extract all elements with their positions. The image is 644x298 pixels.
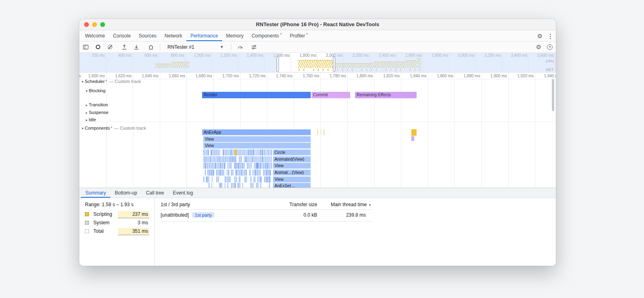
flame-micro-bar[interactable] [255, 149, 256, 155]
flame-micro-bar[interactable] [203, 176, 204, 182]
flame-micro-bar[interactable] [233, 183, 234, 188]
help-icon[interactable]: ? [547, 44, 553, 50]
flame-micro-bar[interactable] [220, 156, 221, 162]
flame-micro-bar[interactable] [270, 163, 270, 169]
flame-micro-bar[interactable] [229, 163, 229, 169]
flame-micro-bar[interactable] [254, 156, 255, 162]
flame-micro-bar[interactable] [215, 156, 216, 162]
flame-bar-anexset[interactable]: AnExSet… [273, 183, 311, 188]
flame-micro-bar[interactable] [264, 170, 266, 176]
flame-micro-bar[interactable] [214, 156, 215, 162]
flame-micro-bar[interactable] [231, 170, 232, 176]
flame-micro-bar[interactable] [239, 176, 240, 182]
flame-micro-bar[interactable] [245, 149, 246, 155]
flame-micro-bar[interactable] [227, 163, 228, 169]
flame-bar-commit[interactable]: Commit [312, 92, 350, 98]
flame-micro-bar[interactable] [210, 156, 211, 162]
column-header-main-thread-time[interactable]: Main thread time▼ [308, 202, 372, 207]
flame-micro-bar[interactable] [260, 176, 262, 182]
flame-micro-bar[interactable] [227, 170, 227, 176]
flame-micro-bar[interactable] [270, 156, 272, 162]
vertical-scrollbar-thumb[interactable] [552, 79, 554, 111]
flame-micro-bar[interactable] [222, 163, 223, 169]
flame-micro-bar[interactable] [215, 149, 217, 155]
flame-micro-bar[interactable] [243, 170, 244, 176]
flame-micro-bar[interactable] [260, 149, 261, 155]
flame-micro-bar[interactable] [266, 170, 268, 176]
flame-micro-bar[interactable] [209, 170, 211, 176]
flame-micro-bar[interactable] [262, 163, 262, 169]
flame-micro-bar[interactable] [268, 163, 269, 169]
flame-micro-bar[interactable] [268, 149, 269, 155]
flame-micro-bar[interactable] [232, 170, 233, 176]
flame-micro-bar[interactable] [221, 183, 222, 188]
tab-memory[interactable]: Memory [222, 30, 248, 41]
flame-micro-bar[interactable] [269, 183, 270, 188]
flame-micro-bar[interactable] [207, 170, 209, 176]
flame-bar-view[interactable]: View [273, 176, 311, 182]
flame-micro-bar[interactable] [225, 156, 226, 162]
flame-micro-bar[interactable] [214, 149, 215, 155]
flame-micro-bar[interactable] [262, 149, 263, 155]
flame-micro-bar[interactable] [236, 176, 237, 182]
flame-micro-bar[interactable] [229, 176, 231, 182]
flame-micro-bar[interactable] [225, 149, 226, 155]
flame-micro-bar[interactable] [232, 149, 233, 155]
flame-micro-bar[interactable] [263, 163, 264, 169]
flame-bar-view[interactable]: View [203, 136, 311, 142]
flame-micro-bar[interactable] [250, 176, 252, 182]
download-profile-icon[interactable] [133, 44, 140, 50]
flame-micro-bar[interactable] [228, 176, 229, 182]
flame-micro-bar[interactable] [239, 170, 241, 176]
flame-micro-bar[interactable] [208, 163, 210, 169]
flame-micro-bar[interactable] [204, 163, 206, 169]
flame-micro-bar[interactable] [217, 163, 218, 169]
flame-micro-bar[interactable] [243, 149, 245, 155]
flame-micro-bar-highlight[interactable] [235, 149, 237, 155]
flame-micro-bar[interactable] [248, 149, 249, 155]
flame-micro-bar[interactable] [220, 163, 221, 169]
flame-micro-bar[interactable] [260, 170, 261, 176]
flame-micro-bar[interactable] [269, 170, 271, 176]
flame-micro-bar[interactable] [223, 170, 224, 176]
flame-micro-bar[interactable] [244, 163, 245, 169]
flame-bar-circle[interactable]: Circle [273, 149, 311, 155]
flame-micro-bar[interactable] [252, 183, 254, 188]
target-selector-dropdown[interactable]: RNTester #1 ▼ [166, 43, 225, 51]
flame-micro-bar[interactable] [252, 170, 253, 176]
track-header-scheduler[interactable]: ▾Scheduler* — Custom track [82, 79, 141, 84]
overview-dim-left[interactable] [79, 53, 278, 72]
flame-micro-bar[interactable] [240, 149, 241, 155]
flame-micro-bar[interactable] [229, 156, 230, 162]
flame-micro-bar[interactable] [247, 156, 249, 162]
flame-micro-bar[interactable] [219, 156, 220, 162]
flame-micro-bar[interactable] [236, 163, 237, 169]
tab-profiler[interactable]: Profiler* [286, 30, 312, 41]
flame-micro-bar[interactable] [211, 163, 212, 169]
flame-micro-bar[interactable] [237, 183, 239, 188]
flame-bar-view[interactable]: View [203, 143, 311, 149]
flame-micro-bar[interactable] [249, 170, 251, 176]
flame-micro-bar[interactable] [213, 163, 214, 169]
flame-micro-bar[interactable] [246, 170, 247, 176]
flame-micro-bar[interactable] [217, 149, 219, 155]
flame-micro-bar[interactable] [232, 156, 233, 162]
flame-micro-bar[interactable] [211, 156, 212, 162]
flame-micro-bar[interactable] [225, 183, 225, 188]
flame-micro-bar[interactable] [268, 170, 269, 176]
flame-micro-bar[interactable] [271, 163, 272, 169]
flame-micro-bar[interactable] [226, 149, 227, 155]
details-tab-event-log[interactable]: Event log [168, 188, 197, 198]
expander-triangle-icon[interactable]: ▸ [86, 111, 88, 115]
flame-micro-bar[interactable] [205, 149, 206, 155]
flame-micro-bar[interactable] [242, 149, 243, 155]
flame-micro-bar[interactable] [206, 149, 207, 155]
flame-micro-bar[interactable] [244, 176, 246, 182]
flame-micro-bar[interactable] [248, 163, 250, 169]
expander-triangle-icon[interactable]: ▾ [82, 126, 84, 130]
expander-triangle-icon[interactable]: ▾ [86, 89, 88, 93]
flame-micro-bar[interactable] [258, 156, 260, 162]
flame-micro-bar[interactable] [203, 156, 204, 162]
details-tab-bottom-up[interactable]: Bottom-up [110, 188, 141, 198]
flame-micro-bar[interactable] [267, 176, 268, 182]
